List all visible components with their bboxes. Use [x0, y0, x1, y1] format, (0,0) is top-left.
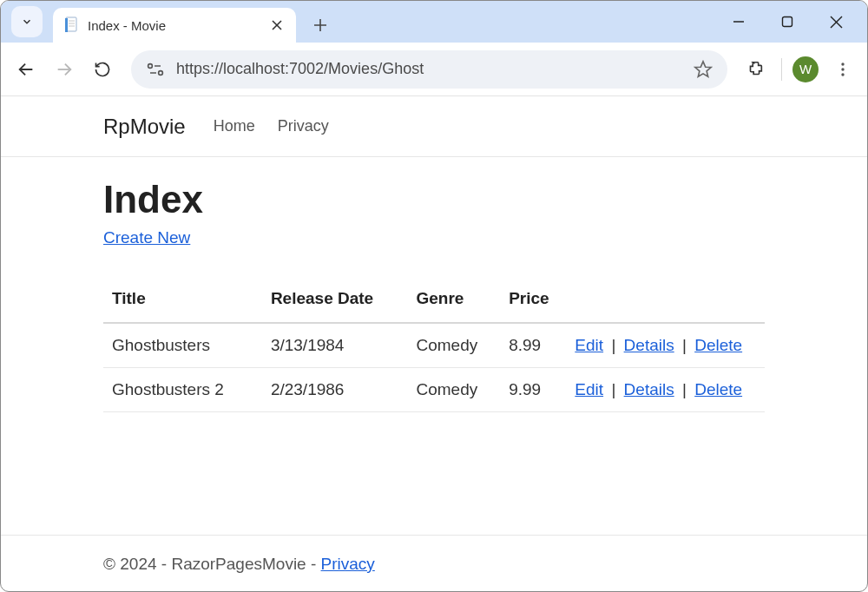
svg-rect-10: [783, 17, 792, 27]
browser-tab-strip: Index - Movie: [1, 1, 867, 43]
table-row: Ghostbusters3/13/1984Comedy8.99Edit | De…: [103, 323, 765, 368]
svg-rect-1: [65, 18, 68, 32]
footer-privacy-link[interactable]: Privacy: [321, 555, 375, 573]
col-header-genre: Genre: [408, 279, 501, 323]
page-title: Index: [103, 178, 765, 221]
tab-title: Index - Movie: [88, 18, 268, 33]
col-header-release-date: Release Date: [262, 279, 408, 323]
cell-actions: Edit | Details | Delete: [566, 323, 765, 368]
window-controls: [727, 1, 860, 43]
cell-title: Ghostbusters: [103, 323, 262, 368]
address-bar[interactable]: https://localhost:7002/Movies/Ghost: [131, 50, 727, 89]
svg-point-21: [841, 68, 844, 70]
footer-copyright: © 2024 - RazorPagesMovie -: [103, 555, 321, 573]
bookmark-star-icon[interactable]: [691, 57, 715, 82]
site-navbar: RpMovie Home Privacy: [1, 96, 867, 157]
cell-price: 9.99: [500, 368, 566, 412]
edit-link[interactable]: Edit: [575, 336, 603, 354]
url-text: https://localhost:7002/Movies/Ghost: [176, 60, 691, 78]
window-minimize-button[interactable]: [727, 10, 751, 34]
svg-point-15: [148, 63, 153, 68]
nav-link-home[interactable]: Home: [214, 117, 255, 135]
nav-link-privacy[interactable]: Privacy: [278, 117, 329, 135]
forward-button[interactable]: [48, 53, 81, 86]
page-viewport: RpMovie Home Privacy Index Create New Ti…: [1, 96, 867, 592]
svg-point-22: [841, 73, 844, 76]
cell-release-date: 3/13/1984: [262, 323, 408, 368]
page-content: Index Create New Title Release Date Genr…: [1, 157, 867, 535]
cell-title: Ghostbusters 2: [103, 368, 262, 412]
col-header-actions: [566, 279, 765, 323]
svg-marker-19: [695, 61, 711, 76]
cell-price: 8.99: [500, 323, 566, 368]
back-button[interactable]: [10, 53, 43, 86]
toolbar-separator: [781, 58, 782, 81]
reload-button[interactable]: [86, 53, 119, 86]
details-link[interactable]: Details: [624, 336, 674, 354]
tab-search-button[interactable]: [11, 6, 43, 37]
window-maximize-button[interactable]: [775, 10, 799, 34]
browser-toolbar: https://localhost:7002/Movies/Ghost W: [1, 43, 867, 96]
delete-link[interactable]: Delete: [694, 380, 742, 398]
cell-actions: Edit | Details | Delete: [566, 368, 765, 412]
col-header-price: Price: [500, 279, 566, 323]
window-close-button[interactable]: [824, 10, 848, 34]
movies-table: Title Release Date Genre Price Ghostbust…: [103, 279, 765, 412]
page-favicon-icon: [63, 16, 79, 34]
table-row: Ghostbusters 22/23/1986Comedy9.99Edit | …: [103, 368, 765, 412]
create-new-link[interactable]: Create New: [103, 228, 190, 247]
extensions-icon[interactable]: [740, 54, 771, 85]
details-link[interactable]: Details: [624, 380, 674, 398]
col-header-title: Title: [103, 279, 262, 323]
site-info-icon[interactable]: [143, 57, 168, 82]
new-tab-button[interactable]: [306, 11, 334, 39]
table-header-row: Title Release Date Genre Price: [103, 279, 765, 323]
browser-menu-button[interactable]: [827, 54, 858, 85]
svg-point-16: [159, 70, 163, 75]
page-footer: © 2024 - RazorPagesMovie - Privacy: [1, 535, 867, 592]
cell-genre: Comedy: [408, 323, 501, 368]
profile-avatar[interactable]: W: [792, 56, 819, 82]
browser-tab-active[interactable]: Index - Movie: [53, 8, 296, 43]
tab-close-button[interactable]: [268, 16, 286, 34]
edit-link[interactable]: Edit: [575, 380, 603, 398]
delete-link[interactable]: Delete: [694, 336, 742, 354]
cell-genre: Comedy: [408, 368, 501, 412]
svg-point-20: [841, 62, 844, 65]
cell-release-date: 2/23/1986: [262, 368, 408, 412]
brand-text[interactable]: RpMovie: [103, 115, 186, 139]
avatar-letter: W: [799, 62, 812, 76]
